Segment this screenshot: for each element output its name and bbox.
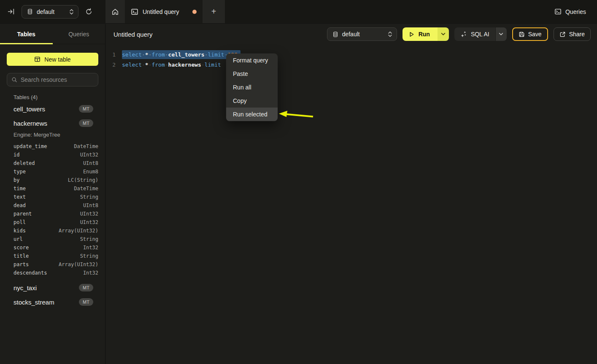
share-button-label: Share bbox=[569, 31, 585, 38]
editor-line[interactable]: 1select·*·from·cell_towers·limit·100 bbox=[106, 49, 597, 59]
query-toolbar: default Run bbox=[327, 27, 591, 41]
sparkles-icon bbox=[460, 31, 467, 38]
code-token: select bbox=[122, 51, 142, 58]
whitespace-dot: · bbox=[142, 62, 145, 68]
chevron-updown-icon bbox=[388, 31, 392, 37]
sql-ai-label: SQL AI bbox=[471, 31, 489, 38]
code-token: from bbox=[151, 51, 165, 58]
code-token: hackernews bbox=[168, 62, 201, 68]
new-tab-button[interactable]: + bbox=[203, 0, 225, 23]
table-name: cell_towers bbox=[14, 105, 79, 113]
queries-button-label: Queries bbox=[565, 8, 586, 15]
menu-item-run-selected[interactable]: Run selected bbox=[226, 108, 278, 121]
column-name: update_time bbox=[14, 143, 74, 149]
table-column-row: textString bbox=[7, 193, 98, 201]
sidebar-tab-tables[interactable]: Tables bbox=[0, 24, 53, 44]
engine-badge: MT bbox=[79, 284, 93, 291]
table-name: hackernews bbox=[14, 120, 79, 127]
code-token: limit bbox=[208, 51, 224, 58]
new-table-button[interactable]: New table bbox=[7, 53, 98, 66]
column-type: UInt8 bbox=[83, 160, 98, 166]
code-token: cell_towers bbox=[168, 51, 205, 58]
column-name: deleted bbox=[14, 160, 83, 166]
active-tab-underline bbox=[0, 43, 53, 44]
whitespace-dot: · bbox=[149, 62, 152, 68]
column-type: Int32 bbox=[83, 270, 98, 276]
chevron-updown-icon bbox=[69, 9, 74, 15]
sql-editor[interactable]: 1select·*·from·cell_towers·limit·1002sel… bbox=[106, 44, 597, 70]
table-column-row: pollUInt32 bbox=[7, 218, 98, 226]
tab-strip: Untitled query + bbox=[105, 0, 225, 23]
engine-badge: MT bbox=[79, 298, 93, 306]
terminal-icon bbox=[554, 8, 562, 15]
editor-line[interactable]: 2select·*·from·hackernews·limit bbox=[106, 59, 597, 70]
menu-item-paste[interactable]: Paste bbox=[226, 67, 278, 81]
column-type: String bbox=[80, 253, 98, 259]
sql-ai-button[interactable]: SQL AI bbox=[454, 27, 495, 41]
column-type: String bbox=[80, 194, 98, 200]
collapse-sidebar-icon[interactable] bbox=[8, 8, 15, 15]
selected-text: select·*·from·cell_towers·limit·100 bbox=[122, 50, 240, 59]
column-type: UInt32 bbox=[80, 152, 98, 158]
code-text: select·*·from·cell_towers·limit·100 bbox=[122, 51, 240, 58]
column-type: Array(UInt32) bbox=[59, 262, 98, 267]
sql-ai-split-button: SQL AI bbox=[454, 27, 507, 41]
column-name: score bbox=[14, 245, 83, 251]
database-selector-value: default bbox=[37, 8, 54, 15]
column-type: LC(String) bbox=[68, 177, 98, 183]
database-selector[interactable]: default bbox=[22, 5, 78, 19]
column-name: id bbox=[14, 152, 80, 158]
column-type: UInt32 bbox=[80, 211, 98, 217]
home-tab[interactable] bbox=[105, 0, 125, 23]
menu-item-run-all[interactable]: Run all bbox=[226, 81, 278, 94]
sidebar-tab-queries[interactable]: Queries bbox=[53, 24, 105, 44]
whitespace-dot: · bbox=[201, 62, 205, 68]
tables-list: cell_towersMThackernewsMTEngine: MergeTr… bbox=[7, 102, 98, 309]
column-type: UInt8 bbox=[83, 202, 98, 208]
search-icon bbox=[11, 77, 17, 83]
table-row[interactable]: cell_towersMT bbox=[7, 102, 98, 116]
tables-section: Tables (4) cell_towersMThackernewsMTEngi… bbox=[0, 94, 105, 309]
run-split-button: Run bbox=[403, 27, 449, 41]
whitespace-dot: · bbox=[205, 51, 208, 58]
database-icon bbox=[27, 8, 33, 15]
run-button[interactable]: Run bbox=[403, 27, 438, 41]
column-type: UInt32 bbox=[80, 219, 98, 225]
table-row[interactable]: hackernewsMT bbox=[7, 116, 98, 130]
search-box[interactable] bbox=[7, 73, 98, 86]
table-column-row: typeEnum8 bbox=[7, 167, 98, 176]
code-token: from bbox=[151, 62, 165, 68]
refresh-icon[interactable] bbox=[85, 8, 92, 15]
column-type: Array(UInt32) bbox=[59, 228, 98, 234]
code-token: * bbox=[145, 62, 149, 68]
table-row[interactable]: nyc_taxiMT bbox=[7, 280, 98, 295]
engine-badge: MT bbox=[79, 105, 93, 113]
tab-untitled-query[interactable]: Untitled query bbox=[125, 0, 203, 23]
search-input[interactable] bbox=[21, 76, 97, 83]
chevron-down-icon bbox=[441, 32, 446, 36]
code-token: select bbox=[122, 62, 142, 68]
queries-button[interactable]: Queries bbox=[554, 0, 586, 23]
whitespace-dot: · bbox=[142, 51, 145, 58]
table-column-row: byLC(String) bbox=[7, 176, 98, 184]
column-name: time bbox=[14, 186, 74, 191]
table-row[interactable]: stocks_streamMT bbox=[7, 295, 98, 309]
column-type: String bbox=[80, 236, 98, 242]
menu-item-copy[interactable]: Copy bbox=[226, 94, 278, 108]
run-options-caret[interactable] bbox=[438, 27, 449, 41]
table-name: stocks_stream bbox=[14, 299, 79, 306]
table-column-row: update_timeDateTime bbox=[7, 142, 98, 151]
menu-item-format-query[interactable]: Format query bbox=[226, 54, 278, 67]
save-button[interactable]: Save bbox=[512, 27, 548, 41]
column-type: DateTime bbox=[74, 186, 98, 191]
share-button[interactable]: Share bbox=[554, 27, 591, 41]
column-name: dead bbox=[14, 202, 83, 208]
database-icon bbox=[332, 31, 338, 38]
sidebar-tabs: Tables Queries bbox=[0, 24, 105, 44]
table-column-row: kidsArray(UInt32) bbox=[7, 226, 98, 235]
database-selector[interactable]: default bbox=[327, 27, 397, 41]
save-button-label: Save bbox=[528, 31, 542, 38]
play-icon bbox=[408, 31, 415, 38]
sql-ai-caret[interactable] bbox=[496, 27, 507, 41]
table-column-row: deadUInt8 bbox=[7, 201, 98, 210]
